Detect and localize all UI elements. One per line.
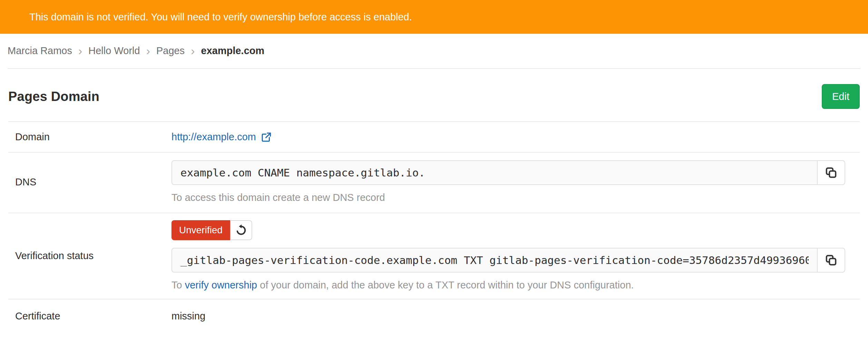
- verification-status-group: Unverified: [171, 220, 860, 240]
- verification-row: Verification status Unverified: [8, 213, 860, 299]
- breadcrumb-item-user[interactable]: Marcia Ramos: [8, 44, 72, 57]
- unverified-status-badge: Unverified: [171, 220, 230, 240]
- verify-ownership-link[interactable]: verify ownership: [185, 279, 257, 290]
- dns-record-input[interactable]: [171, 160, 818, 185]
- retry-verification-button[interactable]: [230, 220, 252, 240]
- dns-label: DNS: [15, 176, 171, 188]
- dns-input-group: [171, 160, 845, 185]
- domain-link-text: http://example.com: [171, 131, 256, 143]
- dns-help-text: To access this domain create a new DNS r…: [171, 191, 860, 204]
- certificate-row: Certificate missing: [8, 299, 860, 333]
- certificate-label: Certificate: [15, 310, 171, 322]
- chevron-right-icon: ›: [191, 45, 195, 57]
- verification-input-group: [171, 248, 845, 273]
- verification-help-prefix: To: [171, 279, 185, 290]
- retry-icon: [235, 224, 247, 236]
- breadcrumb-item-current-domain: example.com: [201, 44, 265, 57]
- verification-help-suffix: of your domain, add the above key to a T…: [257, 279, 634, 290]
- verification-help-text: To verify ownership of your domain, add …: [171, 279, 860, 291]
- domain-details: Domain http://example.com DNS: [8, 121, 860, 333]
- domain-row: Domain http://example.com: [8, 122, 860, 153]
- copy-icon: [825, 254, 838, 267]
- dns-value: To access this domain create a new DNS r…: [171, 160, 860, 204]
- certificate-status-text: missing: [171, 310, 205, 322]
- external-link-icon: [261, 132, 272, 143]
- verification-value: Unverified: [171, 220, 860, 291]
- domain-label: Domain: [15, 131, 171, 143]
- verification-label: Verification status: [15, 250, 171, 262]
- breadcrumb-item-project[interactable]: Hello World: [88, 44, 140, 57]
- warning-banner-text: This domain is not verified. You will ne…: [29, 11, 412, 23]
- breadcrumb: Marcia Ramos › Hello World › Pages › exa…: [8, 34, 860, 69]
- breadcrumb-item-pages[interactable]: Pages: [156, 44, 185, 57]
- dns-row: DNS To access this domain create a new D…: [8, 153, 860, 213]
- verification-record-input[interactable]: [171, 248, 818, 273]
- edit-button[interactable]: Edit: [822, 84, 860, 109]
- warning-banner: This domain is not verified. You will ne…: [0, 0, 868, 34]
- chevron-right-icon: ›: [146, 45, 150, 57]
- domain-value: http://example.com: [171, 131, 860, 143]
- copy-icon: [825, 166, 838, 179]
- chevron-right-icon: ›: [78, 45, 82, 57]
- page-header: Pages Domain Edit: [8, 69, 860, 121]
- domain-link[interactable]: http://example.com: [171, 131, 272, 143]
- dns-copy-button[interactable]: [817, 160, 845, 185]
- verification-copy-button[interactable]: [817, 248, 845, 273]
- page-title: Pages Domain: [8, 89, 99, 104]
- certificate-value: missing: [171, 310, 860, 322]
